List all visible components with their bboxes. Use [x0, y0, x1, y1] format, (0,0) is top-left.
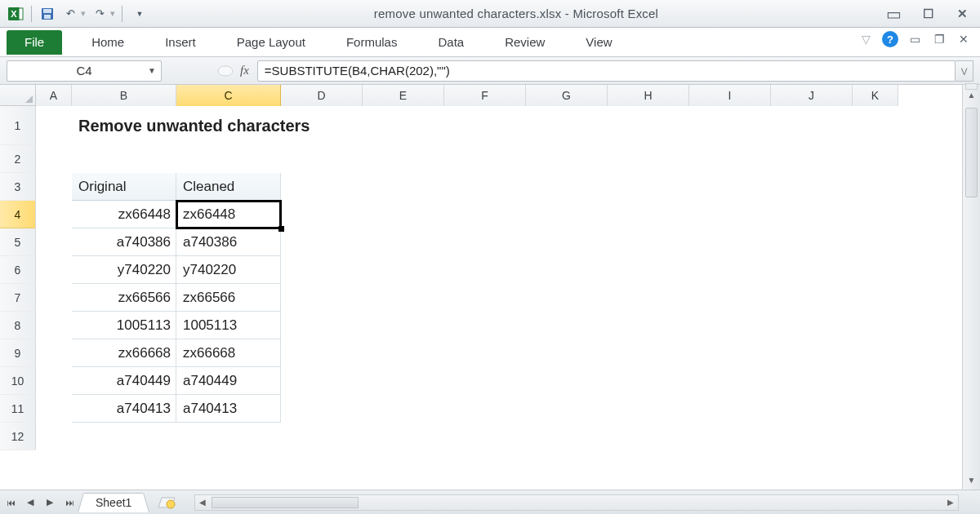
horizontal-scrollbar[interactable]: ◀ ▶	[194, 494, 959, 511]
sheet-nav-next-icon[interactable]: ▶	[41, 494, 59, 512]
column-header-a[interactable]: A	[36, 85, 72, 106]
sheet-nav-last-icon[interactable]: ⏭	[60, 494, 78, 512]
minimize-button[interactable]: ▭	[882, 6, 905, 22]
svg-text:X: X	[11, 9, 17, 19]
column-header-e[interactable]: E	[363, 85, 444, 106]
cell-cleaned-7[interactable]: zx66566	[176, 284, 281, 312]
window-title: remove unwanted characters.xlsx - Micros…	[150, 7, 882, 20]
sheet-tab-bar: ⏮ ◀ ▶ ⏭ Sheet1 ◀ ▶	[0, 490, 980, 514]
tab-data[interactable]: Data	[428, 30, 474, 55]
cell-cleaned-10[interactable]: a740449	[176, 367, 281, 395]
window-restore-icon[interactable]: ❐	[931, 33, 947, 46]
fill-handle[interactable]	[278, 226, 284, 232]
tab-view[interactable]: View	[576, 30, 621, 55]
scroll-right-icon[interactable]: ▶	[943, 498, 958, 507]
svg-rect-4	[43, 9, 51, 13]
column-header-c[interactable]: C	[176, 85, 281, 106]
row-header-5[interactable]: 5	[0, 228, 36, 256]
scroll-down-icon[interactable]: ▼	[963, 472, 980, 488]
row-header-8[interactable]: 8	[0, 312, 36, 339]
excel-icon: X	[7, 5, 24, 23]
ribbon-minimize-icon[interactable]: ▽	[858, 33, 874, 46]
formula-input[interactable]: =SUBSTITUTE(B4,CHAR(202),"")	[257, 60, 956, 82]
formula-expand-icon[interactable]: ⋁	[956, 60, 973, 82]
column-header-b[interactable]: B	[72, 85, 176, 106]
new-sheet-button[interactable]	[155, 494, 178, 511]
cell-original-6[interactable]: y740220	[72, 256, 176, 284]
tab-formulas[interactable]: Formulas	[336, 30, 408, 55]
worksheet-grid[interactable]: ABCDEFGHIJK 123456789101112 Remove unwan…	[0, 85, 980, 490]
svg-rect-2	[19, 8, 23, 20]
scroll-thumb[interactable]	[965, 108, 978, 197]
redo-button[interactable]: ↷	[89, 5, 110, 23]
cells-area[interactable]: Remove unwanted charactersOriginalCleane…	[36, 106, 980, 490]
qat-customize-icon[interactable]: ▼	[129, 5, 150, 23]
maximize-button[interactable]: ☐	[916, 6, 939, 22]
name-box[interactable]: C4 ▼	[7, 60, 162, 82]
ribbon-tabs: File Home Insert Page Layout Formulas Da…	[0, 28, 980, 57]
cell-original-4[interactable]: zx66448	[72, 201, 176, 228]
row-header-10[interactable]: 10	[0, 367, 36, 395]
tab-review[interactable]: Review	[495, 30, 555, 55]
cell-original-10[interactable]: a740449	[72, 367, 176, 395]
column-header-f[interactable]: F	[444, 85, 526, 106]
svg-point-6	[218, 66, 233, 76]
cell-cleaned-4[interactable]: zx66448	[176, 201, 281, 228]
cell-original-5[interactable]: a740386	[72, 228, 176, 256]
sheet-nav-prev-icon[interactable]: ◀	[21, 494, 39, 512]
sheet-tab-active[interactable]: Sheet1	[83, 493, 144, 512]
row-header-1[interactable]: 1	[0, 106, 36, 145]
cell-cleaned-9[interactable]: zx66668	[176, 339, 281, 367]
vertical-scrollbar[interactable]: ▲ ▼	[962, 85, 980, 490]
tab-home[interactable]: Home	[82, 30, 134, 55]
column-header-i[interactable]: I	[689, 85, 771, 106]
formula-text: =SUBSTITUTE(B4,CHAR(202),"")	[265, 64, 450, 78]
column-header-h[interactable]: H	[608, 85, 689, 106]
close-button[interactable]: ✕	[951, 6, 973, 22]
help-icon[interactable]: ?	[882, 31, 898, 47]
fx-label[interactable]: fx	[240, 64, 249, 78]
cell-cleaned-5[interactable]: a740386	[176, 228, 281, 256]
select-all-corner[interactable]	[0, 85, 36, 106]
cell-header-original[interactable]: Original	[72, 173, 176, 201]
formula-bar: C4 ▼ fx =SUBSTITUTE(B4,CHAR(202),"") ⋁	[0, 57, 980, 85]
cell-header-cleaned[interactable]: Cleaned	[176, 173, 281, 201]
cell-cleaned-6[interactable]: y740220	[176, 256, 281, 284]
sheet-nav-first-icon[interactable]: ⏮	[2, 494, 20, 512]
scroll-up-icon[interactable]: ▲	[963, 86, 980, 103]
cell-cleaned-8[interactable]: 1005113	[176, 312, 281, 339]
file-tab[interactable]: File	[7, 30, 62, 55]
column-header-d[interactable]: D	[281, 85, 363, 106]
cell-original-7[interactable]: zx66566	[72, 284, 176, 312]
hscroll-thumb[interactable]	[212, 497, 359, 508]
undo-button[interactable]: ↶	[60, 5, 81, 23]
column-header-j[interactable]: J	[771, 85, 853, 106]
column-header-g[interactable]: G	[526, 85, 608, 106]
save-button[interactable]	[38, 5, 56, 23]
cell-original-9[interactable]: zx66668	[72, 339, 176, 367]
redo-dropdown-icon[interactable]: ▾	[110, 8, 115, 19]
cell-original-11[interactable]: a740413	[72, 395, 176, 423]
row-header-3[interactable]: 3	[0, 173, 36, 201]
tab-page-layout[interactable]: Page Layout	[227, 30, 315, 55]
row-headers: 123456789101112	[0, 106, 36, 490]
cell-title[interactable]: Remove unwanted characters	[72, 106, 399, 145]
window-minimize-icon[interactable]: ▭	[906, 33, 923, 46]
row-header-7[interactable]: 7	[0, 284, 36, 312]
window-close-icon[interactable]: ✕	[956, 33, 972, 46]
column-header-k[interactable]: K	[853, 85, 898, 106]
cancel-formula-icon	[217, 65, 234, 77]
tab-insert[interactable]: Insert	[155, 30, 206, 55]
cell-original-8[interactable]: 1005113	[72, 312, 176, 339]
row-header-11[interactable]: 11	[0, 395, 36, 423]
row-header-2[interactable]: 2	[0, 145, 36, 173]
row-header-4[interactable]: 4	[0, 201, 36, 228]
name-box-value: C4	[76, 64, 91, 78]
row-header-6[interactable]: 6	[0, 256, 36, 284]
row-header-12[interactable]: 12	[0, 423, 36, 450]
name-box-dropdown-icon[interactable]: ▼	[148, 66, 156, 75]
undo-dropdown-icon[interactable]: ▾	[81, 8, 86, 19]
cell-cleaned-11[interactable]: a740413	[176, 395, 281, 423]
row-header-9[interactable]: 9	[0, 339, 36, 367]
scroll-left-icon[interactable]: ◀	[195, 498, 210, 507]
